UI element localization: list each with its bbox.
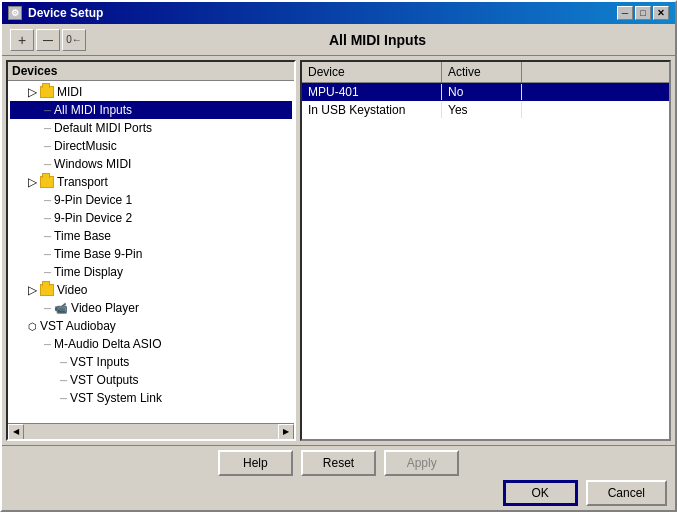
- tree-label: MIDI: [57, 85, 82, 99]
- tree-label: Video: [57, 283, 87, 297]
- devices-header: Devices: [8, 62, 294, 81]
- toolbar: + ─ 0← All MIDI Inputs: [2, 24, 675, 56]
- column-header-device: Device: [302, 62, 442, 82]
- tree-label: 9-Pin Device 1: [54, 193, 132, 207]
- dash-icon: ─: [44, 159, 51, 170]
- expand-icon: ▷: [28, 85, 37, 99]
- device-setup-window: ⚙ Device Setup ─ □ ✕ + ─ 0← All MIDI Inp…: [0, 0, 677, 512]
- folder-icon: [40, 86, 54, 98]
- plus-icon: +: [18, 32, 26, 48]
- dash-icon: ─: [44, 249, 51, 260]
- scroll-right-button[interactable]: ▶: [278, 424, 294, 440]
- tree-item-windows-midi[interactable]: ─ Windows MIDI: [10, 155, 292, 173]
- tree-label: Default MIDI Ports: [54, 121, 152, 135]
- confirm-buttons: OK Cancel: [10, 480, 667, 506]
- device-tree-panel: Devices ▷ MIDI ─ All MIDI Inputs: [6, 60, 296, 441]
- dash-icon: ─: [60, 357, 67, 368]
- tree-item-directmusic[interactable]: ─ DirectMusic: [10, 137, 292, 155]
- dash-icon: ─: [44, 213, 51, 224]
- tree-label: VST Outputs: [70, 373, 138, 387]
- tree-item-time-base[interactable]: ─ Time Base: [10, 227, 292, 245]
- tree-item-vst-audiobay[interactable]: ⬡ VST Audiobay: [10, 317, 292, 335]
- dash-icon: ─: [44, 141, 51, 152]
- tree-item-video[interactable]: ▷ Video: [10, 281, 292, 299]
- tree-label: 9-Pin Device 2: [54, 211, 132, 225]
- tree-item-time-display[interactable]: ─ Time Display: [10, 263, 292, 281]
- tree-label: Windows MIDI: [54, 157, 131, 171]
- tree-label: All MIDI Inputs: [54, 103, 132, 117]
- tree-label: Transport: [57, 175, 108, 189]
- window-title: Device Setup: [28, 6, 103, 20]
- dash-icon: ─: [60, 393, 67, 404]
- device-table-panel: Device Active MPU-401 No In USB Keystati…: [300, 60, 671, 441]
- vst-icon: ⬡: [28, 321, 37, 332]
- window-icon: ⚙: [8, 6, 22, 20]
- tree-label: DirectMusic: [54, 139, 117, 153]
- tree-label: VST Audiobay: [40, 319, 116, 333]
- folder-icon: [40, 176, 54, 188]
- bottom-panel: Help Reset Apply OK Cancel: [2, 445, 675, 510]
- close-button[interactable]: ✕: [653, 6, 669, 20]
- tree-item-time-base-9pin[interactable]: ─ Time Base 9-Pin: [10, 245, 292, 263]
- table-row[interactable]: In USB Keystation Yes: [302, 101, 669, 119]
- tree-label: Video Player: [71, 301, 139, 315]
- dash-icon: ─: [44, 267, 51, 278]
- reset-button[interactable]: Reset: [301, 450, 376, 476]
- add-device-button[interactable]: +: [10, 29, 34, 51]
- cancel-button[interactable]: Cancel: [586, 480, 667, 506]
- toolbar-title: All MIDI Inputs: [88, 32, 667, 48]
- table-row[interactable]: MPU-401 No: [302, 83, 669, 101]
- tree-label: Time Base: [54, 229, 111, 243]
- tree-label: Time Display: [54, 265, 123, 279]
- minimize-button[interactable]: ─: [617, 6, 633, 20]
- scroll-left-button[interactable]: ◀: [8, 424, 24, 440]
- remove-device-button[interactable]: ─: [36, 29, 60, 51]
- maximize-button[interactable]: □: [635, 6, 651, 20]
- reset-settings-button[interactable]: 0←: [62, 29, 86, 51]
- dash-icon: ─: [44, 195, 51, 206]
- device-table: Device Active MPU-401 No In USB Keystati…: [302, 62, 669, 439]
- tree-item-vst-outputs[interactable]: ─ VST Outputs: [10, 371, 292, 389]
- horizontal-scrollbar[interactable]: ◀ ▶: [8, 423, 294, 439]
- tree-item-9pin-1[interactable]: ─ 9-Pin Device 1: [10, 191, 292, 209]
- column-header-active: Active: [442, 62, 522, 82]
- minus-icon: ─: [43, 32, 53, 48]
- dash-icon: ─: [44, 123, 51, 134]
- tree-label: VST System Link: [70, 391, 162, 405]
- ok-button[interactable]: OK: [503, 480, 578, 506]
- dash-icon: ─: [44, 303, 51, 314]
- tree-item-9pin-2[interactable]: ─ 9-Pin Device 2: [10, 209, 292, 227]
- reset-icon: 0←: [66, 34, 82, 45]
- tree-label: Time Base 9-Pin: [54, 247, 142, 261]
- tree-item-vst-inputs[interactable]: ─ VST Inputs: [10, 353, 292, 371]
- device-active-cell: No: [442, 84, 522, 100]
- apply-button[interactable]: Apply: [384, 450, 459, 476]
- help-button[interactable]: Help: [218, 450, 293, 476]
- tree-label: VST Inputs: [70, 355, 129, 369]
- expand-icon: ▷: [28, 283, 37, 297]
- tree-item-vst-system-link[interactable]: ─ VST System Link: [10, 389, 292, 407]
- device-active-cell: Yes: [442, 102, 522, 118]
- title-bar: ⚙ Device Setup ─ □ ✕: [2, 2, 675, 24]
- tree-item-default-midi-ports[interactable]: ─ Default MIDI Ports: [10, 119, 292, 137]
- tree-item-video-player[interactable]: ─ 📹 Video Player: [10, 299, 292, 317]
- folder-icon: [40, 284, 54, 296]
- video-icon: 📹: [54, 302, 68, 315]
- dash-icon: ─: [60, 375, 67, 386]
- title-bar-controls: ─ □ ✕: [617, 6, 669, 20]
- tree-item-midi[interactable]: ▷ MIDI: [10, 83, 292, 101]
- dash-icon: ─: [44, 105, 51, 116]
- expand-icon: ▷: [28, 175, 37, 189]
- device-name-cell: MPU-401: [302, 84, 442, 100]
- action-buttons: Help Reset Apply: [10, 450, 667, 476]
- main-area: Devices ▷ MIDI ─ All MIDI Inputs: [2, 56, 675, 445]
- table-header: Device Active: [302, 62, 669, 83]
- dash-icon: ─: [44, 339, 51, 350]
- table-body[interactable]: MPU-401 No In USB Keystation Yes: [302, 83, 669, 439]
- tree-item-m-audio-delta[interactable]: ─ M-Audio Delta ASIO: [10, 335, 292, 353]
- tree-label: M-Audio Delta ASIO: [54, 337, 161, 351]
- dash-icon: ─: [44, 231, 51, 242]
- device-tree[interactable]: ▷ MIDI ─ All MIDI Inputs ─ Default MIDI …: [8, 81, 294, 423]
- tree-item-all-midi-inputs[interactable]: ─ All MIDI Inputs: [10, 101, 292, 119]
- tree-item-transport[interactable]: ▷ Transport: [10, 173, 292, 191]
